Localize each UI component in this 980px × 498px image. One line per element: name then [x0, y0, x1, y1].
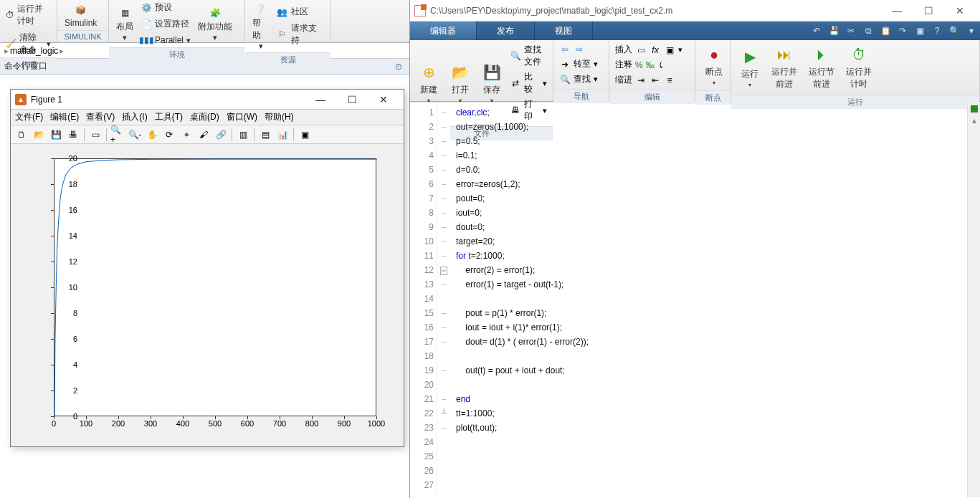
- group-label-simulink: SIMULINK: [57, 30, 108, 42]
- x-tick-label: 900: [333, 419, 355, 428]
- code-status-indicator: [971, 105, 978, 112]
- maximize-button[interactable]: ☐: [913, 1, 944, 21]
- indent-button[interactable]: 缩进 ⇥ ⇤ ≡: [614, 73, 684, 87]
- figure-canvas[interactable]: 02468101214161820 0100200300400500600700…: [11, 144, 404, 445]
- parallel-button[interactable]: ▮▮▮Parallel ▾: [139, 33, 192, 47]
- figure-titlebar[interactable]: ▲ Figure 1 — ☐ ✕: [11, 90, 404, 110]
- axes[interactable]: [54, 158, 376, 416]
- brush-icon[interactable]: 🖌: [196, 127, 211, 143]
- find-button[interactable]: 🔍查找 ▾: [558, 72, 599, 86]
- editor-app-icon: [414, 5, 426, 16]
- open-button[interactable]: 📂打开▾: [446, 61, 475, 105]
- menu-window[interactable]: 窗口(W): [227, 111, 257, 123]
- code-minimap-scrollbar[interactable]: ▴: [967, 102, 980, 497]
- editor-window: C:\Users\PEY\Desktop\my_project\matlab_l…: [410, 0, 980, 498]
- label: 附加功能: [198, 21, 232, 33]
- help-button[interactable]: ❔帮助 ▾: [249, 0, 272, 52]
- layout-button[interactable]: ▦布局 ▾: [113, 4, 136, 44]
- link-icon[interactable]: 🔗: [213, 127, 229, 143]
- quick-search-icon[interactable]: 🔍: [946, 21, 963, 40]
- comment-button[interactable]: 注释 % ‰ ⤹: [614, 58, 684, 72]
- tab-publish[interactable]: 发布: [477, 21, 535, 40]
- dropdown-icon[interactable]: ⊙: [392, 62, 405, 72]
- open-icon[interactable]: 📂: [31, 127, 47, 143]
- scroll-up-icon[interactable]: ▴: [968, 115, 980, 125]
- datatip-icon[interactable]: ⌖: [179, 127, 194, 143]
- path-chevron-icon: ▸: [60, 46, 64, 56]
- pointer-icon[interactable]: ▭: [87, 127, 103, 143]
- y-tick-label: 4: [57, 360, 77, 369]
- findfiles-button[interactable]: 🔍查找文件: [509, 43, 548, 69]
- menu-tools[interactable]: 工具(T): [155, 111, 183, 123]
- line-number-gutter: 1234567891011121314151617181920212223242…: [410, 102, 437, 497]
- code-text[interactable]: clear,clc;out=zeros(1,1000);p=0.5;i=0.1;…: [450, 102, 967, 497]
- menu-insert[interactable]: 插入(I): [122, 111, 147, 123]
- minimize-button[interactable]: —: [305, 90, 336, 110]
- menu-edit[interactable]: 编辑(E): [50, 111, 79, 123]
- minimize-button[interactable]: —: [881, 1, 913, 21]
- save-button[interactable]: 💾保存▾: [477, 61, 506, 105]
- colorbar-icon[interactable]: ▥: [235, 127, 251, 143]
- pan-icon[interactable]: ✋: [144, 127, 160, 143]
- run-time-button[interactable]: ⏱运行并 计时: [842, 43, 876, 92]
- quick-copy-icon[interactable]: ⧉: [860, 21, 877, 40]
- editor-titlebar[interactable]: C:\Users\PEY\Desktop\my_project\matlab_l…: [410, 0, 980, 21]
- compare-button[interactable]: ⇄比较 ▾: [509, 70, 548, 96]
- menu-help[interactable]: 帮助(H): [265, 111, 294, 123]
- quick-save-icon[interactable]: 💾: [825, 21, 842, 40]
- quick-help-icon[interactable]: ?: [928, 21, 946, 40]
- rotate-icon[interactable]: ⟳: [161, 127, 177, 143]
- group-label-res: 资源: [245, 52, 330, 67]
- new-figure-icon[interactable]: 🗋: [14, 127, 29, 143]
- save-icon[interactable]: 💾: [48, 127, 64, 143]
- quick-dock-icon[interactable]: ▣: [911, 21, 928, 40]
- breakpoint-button[interactable]: ●断点▾: [700, 43, 728, 87]
- close-button[interactable]: ✕: [368, 90, 399, 110]
- setpath-button[interactable]: 📄设置路径: [139, 16, 192, 32]
- quick-menu-icon[interactable]: ▾: [963, 21, 980, 40]
- zoom-out-icon[interactable]: 🔍-: [127, 127, 143, 143]
- run-button[interactable]: ▶运行▾: [736, 45, 764, 90]
- insert-button[interactable]: 插入 ▭ fx ▣ ▾: [614, 43, 684, 57]
- quick-paste-icon[interactable]: 📋: [877, 21, 894, 40]
- label: 布局: [116, 21, 133, 33]
- x-tick-label: 600: [237, 419, 258, 428]
- run-advance-button[interactable]: ⏭运行并 前进: [767, 43, 801, 92]
- editor-path: C:\Users\PEY\Desktop\my_project\matlab_l…: [430, 6, 881, 16]
- addons-button[interactable]: 🧩附加功能 ▾: [195, 4, 235, 44]
- print-icon[interactable]: 🖶: [65, 127, 81, 143]
- maximize-button[interactable]: ☐: [336, 90, 368, 110]
- menu-file[interactable]: 文件(F): [15, 111, 43, 123]
- y-tick-label: 12: [57, 257, 77, 266]
- quick-redo-icon[interactable]: ↷: [894, 21, 911, 40]
- plotedit-icon[interactable]: 📊: [275, 127, 290, 143]
- code-editor[interactable]: 1234567891011121314151617181920212223242…: [410, 102, 980, 497]
- prefs-button[interactable]: ⚙️预设: [139, 0, 192, 15]
- tab-view[interactable]: 视图: [535, 21, 593, 40]
- goto-button[interactable]: ➜转至 ▾: [558, 57, 599, 71]
- path-segment[interactable]: matlab_logic: [10, 46, 58, 56]
- legend-icon[interactable]: ▤: [257, 127, 273, 143]
- tab-editor[interactable]: 编辑器: [410, 21, 477, 40]
- run-section-button[interactable]: ⏵运行节 前进: [804, 43, 839, 92]
- label: 设置路径: [155, 18, 189, 30]
- group-label-env: 环境: [109, 47, 244, 62]
- support-button[interactable]: ⚐请求支持: [275, 21, 326, 48]
- matlab-ribbon: ⏱运行并计时 🧹清除命令 ▾ 代码 📦Simulink SIMULINK ▦布局…: [0, 0, 409, 43]
- x-tick-label: 800: [301, 419, 323, 428]
- line-plot: [54, 159, 376, 416]
- quick-undo-icon[interactable]: ↶: [808, 21, 825, 40]
- close-button[interactable]: ✕: [944, 1, 976, 21]
- menu-view[interactable]: 查看(V): [86, 111, 115, 123]
- dock-icon[interactable]: ▣: [297, 127, 313, 143]
- menu-desktop[interactable]: 桌面(D): [190, 111, 219, 123]
- nav-back-button[interactable]: ⇦⇨: [558, 43, 599, 56]
- community-button[interactable]: 👥社区: [275, 4, 326, 19]
- run-and-time-button[interactable]: ⏱运行并计时: [4, 1, 52, 29]
- quick-cut-icon[interactable]: ✂: [842, 21, 860, 40]
- fold-column[interactable]: ––––––––––– −––––––– └––: [437, 102, 450, 497]
- simulink-button[interactable]: 📦Simulink: [62, 1, 100, 29]
- zoom-in-icon[interactable]: 🔍+: [110, 127, 125, 143]
- new-button[interactable]: ⊕新建▾: [414, 61, 443, 105]
- x-tick-label: 500: [204, 419, 226, 428]
